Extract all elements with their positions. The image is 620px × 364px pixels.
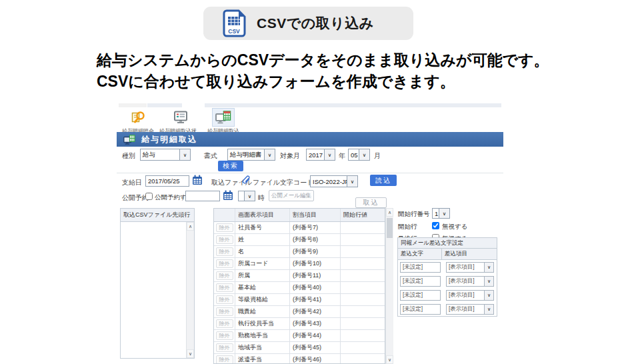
start-value-cell (341, 234, 385, 245)
start-value-cell (341, 270, 385, 281)
scroll-up-icon[interactable]: ∧ (187, 222, 194, 231)
year-select[interactable]: 2017 ∨ (306, 149, 335, 161)
start-value-cell (341, 354, 385, 364)
month-select[interactable]: 05 ∨ (348, 149, 370, 161)
payslip-inquiry-icon (127, 108, 149, 127)
pay-date-input[interactable] (145, 175, 189, 187)
start-value-cell (341, 294, 385, 305)
reserve-hour-select[interactable]: ∨ (238, 191, 255, 201)
exclude-button[interactable]: 除外 (216, 331, 233, 340)
exclude-button[interactable]: 除外 (216, 307, 233, 316)
merge-text-input[interactable]: [未設定] (400, 290, 441, 301)
merge-item-select[interactable]: [表示項目] ∨ (446, 304, 494, 315)
display-item-cell: 基本給 (235, 282, 290, 293)
first-row-label: 開始行 (398, 223, 417, 231)
headline-text: 給与システムからのCSVデータをそのまま取り込みが可能です。 CSVに合わせて取… (97, 49, 549, 92)
exclude-button[interactable]: 除外 (216, 223, 233, 232)
exclude-button[interactable]: 除外 (216, 295, 233, 304)
year-unit-label: 年 (339, 151, 345, 161)
assigned-item-cell: (列番号10) (290, 258, 341, 269)
csv-file-icon: CSV (221, 9, 247, 38)
start-value-cell (341, 222, 385, 233)
calendar-icon[interactable] (192, 175, 203, 187)
assigned-item-cell: (列番号11) (290, 270, 341, 281)
start-value-cell (341, 282, 385, 293)
first-row-ignore-checkbox[interactable] (432, 222, 439, 229)
search-button[interactable]: 検索 (218, 161, 243, 171)
chevron-down-icon: ∨ (439, 209, 449, 218)
format-select[interactable]: 給与明細書 ∨ (227, 149, 275, 161)
table-row: 除外 地域手当 (列番号45) (214, 342, 385, 354)
load-button[interactable]: 読込 (370, 175, 397, 186)
start-value-cell (341, 306, 385, 317)
merge-item-select[interactable]: [表示項目] ∨ (446, 276, 494, 287)
chevron-down-icon: ∨ (347, 176, 357, 187)
mail-merge-row: [未設定] [表示項目] ∨ (398, 288, 497, 302)
exclude-button[interactable]: 除外 (216, 343, 233, 352)
window-tab-strip (119, 103, 147, 107)
payslip-import-mini-icon (123, 135, 135, 145)
exclude-button[interactable]: 除外 (216, 247, 233, 256)
headline-line1: 給与システムからのCSVデータをそのまま取り込みが可能です。 (97, 49, 549, 71)
merge-item-select[interactable]: [表示項目] ∨ (446, 290, 494, 301)
encoding-select[interactable]: ISO-2022-JP ∨ (310, 175, 358, 187)
calendar-icon[interactable] (223, 190, 233, 202)
publish-reserve-label: 公開予約 (122, 193, 149, 203)
start-value-cell (341, 318, 385, 329)
publish-reserve-checkbox[interactable] (145, 193, 153, 200)
exclude-button[interactable]: 除外 (216, 283, 233, 292)
csv-panel-scrollbar[interactable]: ∧ ∨ (186, 222, 194, 358)
import-button[interactable]: 取込 (355, 197, 387, 208)
chevron-down-icon: ∨ (484, 305, 493, 314)
mail-merge-row: [未設定] [表示項目] ∨ (398, 274, 497, 288)
svg-text:CSV: CSV (228, 28, 240, 35)
toolbar: 給与明細照会 給与明細取込状… (119, 108, 242, 135)
exclude-button[interactable]: 除外 (216, 319, 233, 328)
mapping-table-body: 除外 社員番号 (列番号7) 除外 姓 (列番号8) 除外 名 (列番号9) (214, 222, 385, 364)
pay-date-label: 支給日 (122, 178, 142, 187)
type-select[interactable]: 給与 ∨ (140, 149, 191, 161)
import-status-icon (170, 108, 191, 127)
merge-item-select[interactable]: [表示項目] ∨ (446, 262, 494, 273)
chevron-down-icon: ∨ (484, 291, 493, 300)
exclude-button[interactable]: 除外 (216, 271, 233, 280)
merge-text-input[interactable]: [未設定] (400, 304, 441, 315)
table-row: 除外 所属コード (列番号10) (214, 258, 385, 270)
mail-merge-table: 同報メール差込文字設定 差込文字 差込項目 [未設定] [表示項目] ∨ [未設… (397, 237, 497, 317)
exclude-button[interactable]: 除外 (216, 235, 233, 244)
scroll-down-icon[interactable]: ∨ (187, 349, 194, 358)
reserve-date-input[interactable] (185, 191, 220, 201)
encoding-label: ファイル文字コード (253, 178, 313, 187)
merge-text-input[interactable]: [未設定] (400, 276, 441, 287)
column-header-display-item: 画面表示項目 (235, 209, 290, 221)
start-value-cell (341, 342, 385, 353)
page-title: 給与明細取込 (141, 134, 197, 145)
assigned-item-cell: (列番号40) (290, 282, 341, 293)
toolbar-item-payslip-import[interactable]: 給与明細取込 (205, 108, 242, 135)
chevron-down-icon: ∨ (484, 277, 493, 286)
start-row-number-select[interactable]: 1 ∨ (432, 208, 450, 219)
csv-first-row-panel: 取込CSVファイル先頭行 ∧ ∨ (120, 208, 195, 359)
table-row: 除外 所属 (列番号11) (214, 270, 385, 282)
chevron-down-icon: ∨ (179, 149, 190, 160)
publish-mail-edit-button[interactable]: 公開メール編集 (269, 190, 314, 201)
exclude-button[interactable]: 除外 (216, 355, 233, 364)
mapping-table-header: 画面表示項目 割当項目 開始行値 (214, 209, 385, 222)
display-item-cell: 職責給 (235, 306, 290, 317)
toolbar-item-payslip-inquiry[interactable]: 給与明細照会 (119, 108, 157, 135)
first-row-ignore-label: 無視する (442, 223, 467, 231)
display-item-cell: 地域手当 (235, 342, 290, 353)
scrollbar-thumb[interactable] (387, 218, 393, 238)
exclude-button[interactable]: 除外 (216, 259, 233, 268)
assigned-item-cell: (列番号7) (290, 222, 341, 233)
scroll-up-icon[interactable]: ∧ (386, 208, 393, 217)
display-item-cell: 名 (235, 246, 290, 257)
mail-merge-header: 同報メール差込文字設定 (398, 238, 497, 249)
paperclip-icon[interactable] (242, 175, 251, 187)
toolbar-item-import-status[interactable]: 給与明細取込状… (162, 108, 199, 135)
table-row: 除外 姓 (列番号8) (214, 234, 385, 246)
merge-text-input[interactable]: [未設定] (400, 262, 441, 273)
mapping-table-scrollbar[interactable]: ∧ ∨ (385, 208, 393, 364)
start-value-cell (341, 246, 385, 257)
scroll-down-icon[interactable]: ∨ (386, 355, 393, 364)
